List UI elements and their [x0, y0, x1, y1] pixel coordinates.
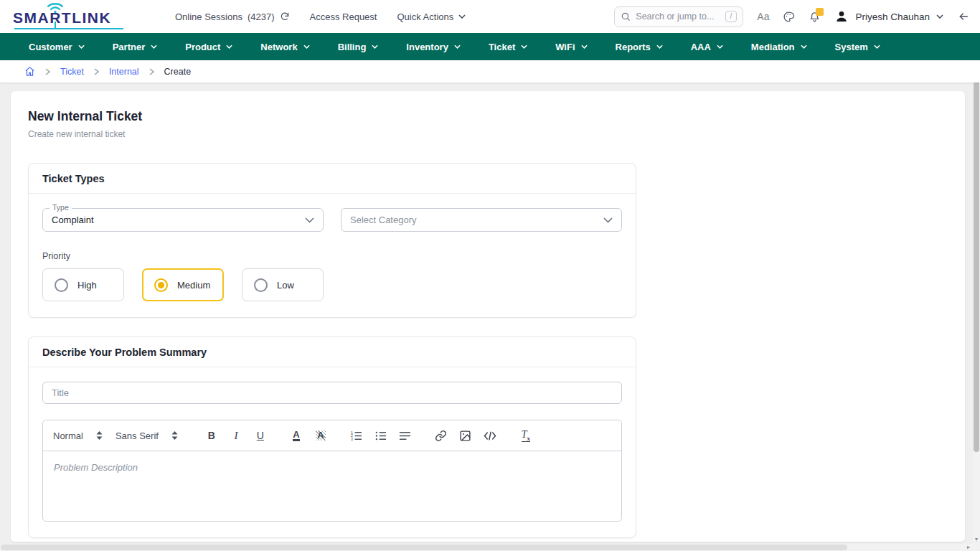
chevron-down-icon — [521, 44, 527, 49]
priority-option-medium[interactable]: Medium — [142, 268, 224, 301]
description-placeholder: Problem Description — [54, 462, 138, 473]
breadcrumb-current: Create — [164, 67, 192, 77]
chevron-down-icon — [78, 44, 85, 49]
picker-arrows-icon — [96, 431, 103, 440]
align-button[interactable] — [396, 427, 415, 444]
priority-label: Priority — [42, 251, 622, 261]
bold-button[interactable]: B — [202, 427, 221, 444]
font-picker[interactable]: Sans Serif — [116, 430, 185, 441]
ticket-types-card-title: Ticket Types — [29, 164, 636, 194]
format-picker[interactable]: Normal — [53, 430, 110, 441]
back-arrow-button[interactable] — [957, 11, 970, 22]
search-input[interactable] — [636, 11, 720, 22]
radio-icon-selected — [154, 278, 168, 292]
breadcrumb: Ticket Internal Create — [0, 60, 980, 83]
svg-text:3: 3 — [351, 437, 353, 441]
breadcrumb-separator-icon — [94, 68, 99, 75]
chevron-down-icon — [581, 44, 588, 49]
priority-option-high[interactable]: High — [42, 268, 124, 301]
global-search[interactable]: / — [614, 6, 743, 27]
highlight-color-button[interactable]: A — [311, 427, 330, 444]
type-select-value: Complaint — [52, 215, 94, 225]
category-select-placeholder: Select Category — [350, 215, 417, 225]
chevron-down-icon — [151, 44, 157, 49]
quick-actions-menu[interactable]: Quick Actions — [397, 11, 466, 22]
nav-item-system[interactable]: System — [835, 42, 880, 52]
scroll-right-arrow-icon[interactable]: ▸ — [966, 545, 971, 550]
horizontal-scrollbar[interactable]: ▸ — [0, 544, 973, 551]
online-sessions[interactable]: Online Sessions (4237) — [175, 11, 290, 22]
page-background: New Internal Ticket Create new internal … — [0, 83, 973, 544]
theme-palette-icon[interactable] — [783, 11, 795, 23]
nav-item-mediation[interactable]: Mediation — [751, 42, 807, 52]
vertical-scrollbar[interactable]: ▾ — [973, 60, 980, 544]
chevron-down-icon — [801, 44, 807, 49]
description-editor-area[interactable]: Problem Description — [43, 451, 621, 521]
header-links: Online Sessions (4237) Access Request Qu… — [175, 11, 466, 22]
text-color-button[interactable]: A — [287, 427, 306, 444]
online-sessions-label: Online Sessions — [175, 11, 242, 22]
breadcrumb-link-ticket[interactable]: Ticket — [60, 67, 84, 77]
chevron-down-icon — [454, 44, 461, 49]
rich-text-editor: Normal Sans Serif — [42, 420, 622, 522]
breadcrumb-separator-icon — [149, 68, 154, 75]
scroll-down-arrow-icon[interactable]: ▾ — [974, 537, 979, 542]
nav-item-aaa[interactable]: AAA — [691, 42, 723, 52]
nav-item-billing[interactable]: Billing — [338, 42, 379, 52]
priority-option-low[interactable]: Low — [242, 268, 324, 301]
chevron-down-icon — [303, 44, 310, 49]
nav-item-partner[interactable]: Partner — [113, 42, 158, 52]
problem-summary-card: Describe Your Problem Summary Normal — [28, 336, 636, 538]
page-subtitle: Create new internal ticket — [28, 129, 948, 139]
chevron-down-icon — [372, 44, 378, 49]
horizontal-scrollbar-thumb[interactable] — [1, 545, 847, 550]
breadcrumb-separator-icon — [45, 68, 50, 75]
type-select-label: Type — [50, 203, 72, 212]
home-icon[interactable] — [24, 66, 35, 77]
notification-badge — [816, 8, 824, 16]
category-select[interactable]: Select Category — [341, 208, 622, 232]
nav-item-product[interactable]: Product — [185, 42, 232, 52]
priority-options: High Medium Low — [42, 268, 622, 301]
nav-item-ticket[interactable]: Ticket — [489, 42, 527, 52]
insert-link-button[interactable] — [432, 427, 451, 444]
radio-icon — [55, 278, 68, 292]
nav-item-wifi[interactable]: WiFi — [555, 42, 587, 52]
problem-summary-card-title: Describe Your Problem Summary — [29, 337, 636, 367]
search-shortcut-key: / — [725, 11, 738, 22]
ticket-types-card: Ticket Types Type Complaint Select Categ… — [28, 163, 636, 318]
content-panel: New Internal Ticket Create new internal … — [11, 91, 965, 542]
insert-image-button[interactable] — [456, 427, 475, 444]
app-logo[interactable]: SMARTLINK — [10, 3, 131, 30]
chevron-down-icon — [458, 14, 466, 19]
radio-icon — [254, 278, 268, 292]
chevron-down-icon — [305, 217, 314, 223]
avatar-icon — [834, 9, 849, 24]
nav-item-inventory[interactable]: Inventory — [406, 42, 461, 52]
page-title: New Internal Ticket — [28, 109, 948, 124]
clear-formatting-button[interactable]: Tx — [517, 427, 535, 444]
nav-item-network[interactable]: Network — [260, 42, 309, 52]
nav-item-customer[interactable]: Customer — [29, 42, 85, 52]
breadcrumb-link-internal[interactable]: Internal — [109, 67, 139, 77]
user-menu[interactable]: Priyesh Chauhan — [834, 9, 943, 24]
user-name: Priyesh Chauhan — [855, 11, 930, 22]
type-select[interactable]: Type Complaint — [42, 208, 324, 232]
online-sessions-count: (4237) — [248, 11, 275, 22]
vertical-scrollbar-thumb[interactable] — [974, 61, 979, 452]
notifications-button[interactable] — [809, 11, 821, 23]
code-block-button[interactable] — [481, 427, 499, 444]
ticket-title-input[interactable] — [42, 382, 622, 404]
access-request-link[interactable]: Access Request — [310, 11, 377, 22]
ordered-list-button[interactable]: 123 — [347, 427, 366, 444]
scrollbar-corner — [973, 544, 980, 551]
editor-toolbar: Normal Sans Serif — [43, 420, 621, 451]
refresh-icon[interactable] — [280, 11, 290, 22]
italic-button[interactable]: I — [227, 427, 245, 444]
top-header: SMARTLINK Online Sessions (4237) Access … — [0, 0, 980, 33]
chevron-down-icon — [717, 44, 723, 49]
font-size-toggle[interactable]: Aa — [757, 11, 769, 22]
underline-button[interactable]: U — [251, 427, 270, 444]
bullet-list-button[interactable] — [372, 427, 390, 444]
nav-item-reports[interactable]: Reports — [616, 42, 663, 52]
